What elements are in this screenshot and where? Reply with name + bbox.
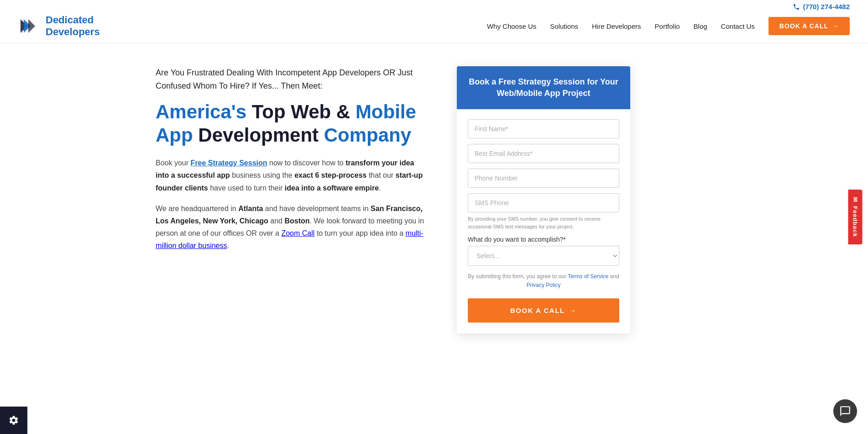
- main-content: Are You Frustrated Dealing With Incompet…: [137, 66, 731, 333]
- phone-icon: [793, 3, 800, 11]
- nav-book-call-button[interactable]: BOOK A CALL →: [769, 17, 850, 35]
- hero-body-strategy: Book your Free Strategy Session now to d…: [156, 157, 429, 194]
- sms-note: By providing your SMS number, you give c…: [468, 215, 619, 230]
- nav-links: Why Choose Us Solutions Hire Developers …: [487, 17, 850, 35]
- logo-icon: [18, 15, 41, 37]
- hero-title-america: America's: [156, 101, 252, 122]
- nav-hire-developers[interactable]: Hire Developers: [592, 22, 641, 30]
- first-name-input[interactable]: [468, 119, 619, 138]
- form-body: By providing your SMS number, you give c…: [457, 109, 630, 333]
- accomplish-label: What do you want to accomplish?*: [468, 236, 619, 243]
- free-strategy-link[interactable]: Free Strategy Session: [190, 159, 267, 167]
- hero-body-hq: We are headquartered in Atlanta and have…: [156, 202, 429, 252]
- privacy-link[interactable]: Privacy Policy: [527, 282, 561, 288]
- hero-intro: Are You Frustrated Dealing With Incompet…: [156, 66, 429, 93]
- svg-marker-2: [28, 19, 35, 33]
- phone-number: (770) 274-4482: [803, 3, 850, 11]
- terms-link[interactable]: Terms of Service: [568, 273, 608, 280]
- phone-link[interactable]: (770) 274-4482: [793, 3, 850, 11]
- logo-text: Dedicated Developers: [46, 14, 100, 38]
- phone-input[interactable]: [468, 169, 619, 188]
- form-arrow-icon: →: [570, 307, 577, 314]
- feedback-tab[interactable]: ✉ Feedback: [848, 190, 863, 244]
- hero-title-company: Company: [324, 124, 411, 146]
- header-top: (770) 274-4482: [0, 0, 868, 11]
- main-nav: Dedicated Developers Why Choose Us Solut…: [0, 11, 868, 43]
- nav-contact-us[interactable]: Contact Us: [721, 22, 755, 30]
- hero-title: America's Top Web & Mobile App Developme…: [156, 101, 429, 147]
- sms-phone-input[interactable]: [468, 193, 619, 212]
- nav-portfolio[interactable]: Portfolio: [655, 22, 680, 30]
- email-input[interactable]: [468, 144, 619, 163]
- logo-link[interactable]: Dedicated Developers: [18, 14, 100, 38]
- nav-why-choose-us[interactable]: Why Choose Us: [487, 22, 536, 30]
- nav-solutions[interactable]: Solutions: [550, 22, 578, 30]
- chat-icon: [839, 405, 851, 417]
- arrow-right-icon: →: [832, 22, 839, 30]
- form-book-call-button[interactable]: BOOK A CALL →: [468, 298, 619, 323]
- terms-text: By submitting this form, you agree to ou…: [468, 272, 619, 290]
- zoom-call-link[interactable]: Zoom Call: [281, 229, 314, 237]
- booking-form-card: Book a Free Strategy Session for Your We…: [457, 66, 630, 333]
- form-header: Book a Free Strategy Session for Your We…: [457, 66, 630, 109]
- settings-badge[interactable]: [0, 407, 27, 434]
- nav-blog[interactable]: Blog: [694, 22, 707, 30]
- hero-title-top-web: Top Web &: [252, 101, 356, 122]
- hero-title-development-company: Development: [193, 124, 324, 146]
- chat-button[interactable]: [833, 399, 857, 423]
- feedback-icon: ✉: [852, 197, 859, 202]
- settings-icon: [8, 415, 19, 426]
- accomplish-select[interactable]: Select... Build a New App Improve Existi…: [468, 246, 619, 266]
- hero-section: Are You Frustrated Dealing With Incompet…: [156, 66, 429, 260]
